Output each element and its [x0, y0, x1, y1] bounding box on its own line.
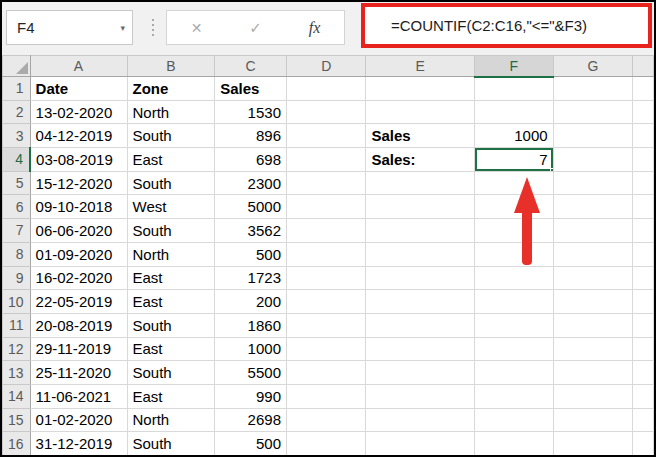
cell-A14[interactable]: 11-06-2021 [30, 384, 127, 408]
cell-F3[interactable]: 1000 [474, 124, 553, 148]
cell-E8[interactable] [366, 242, 475, 266]
cell-G7[interactable] [553, 219, 632, 243]
formula-input[interactable]: =COUNTIF(C2:C16,"<="&F3) [365, 7, 648, 44]
cell-C9[interactable]: 1723 [215, 266, 287, 290]
cell-A12[interactable]: 29-11-2019 [30, 337, 127, 361]
cell-F12[interactable] [474, 337, 553, 361]
cell-A10[interactable]: 22-05-2019 [30, 290, 127, 314]
row-header-14[interactable]: 14 [3, 384, 31, 408]
cell-B4[interactable]: East [127, 148, 215, 172]
cell-B1[interactable]: Zone [127, 77, 215, 101]
cell-B13[interactable]: South [127, 361, 215, 385]
row-header-5[interactable]: 5 [3, 171, 31, 195]
cell-C2[interactable]: 1530 [215, 100, 287, 124]
cell-H6[interactable] [633, 195, 654, 219]
cell-H11[interactable] [633, 313, 654, 337]
cell-D11[interactable] [286, 313, 365, 337]
row-header-1[interactable]: 1 [3, 77, 31, 101]
cell-H2[interactable] [633, 100, 654, 124]
row-header-8[interactable]: 8 [3, 242, 31, 266]
cancel-icon[interactable]: ✕ [167, 20, 226, 36]
cell-B7[interactable]: South [127, 219, 215, 243]
row-header-2[interactable]: 2 [3, 100, 31, 124]
cell-C11[interactable]: 1860 [215, 313, 287, 337]
cell-D13[interactable] [286, 361, 365, 385]
insert-function-icon[interactable]: fx [285, 19, 344, 37]
cell-G8[interactable] [553, 242, 632, 266]
cell-E5[interactable] [366, 171, 475, 195]
cell-B16[interactable]: South [127, 432, 215, 456]
cell-E9[interactable] [366, 266, 475, 290]
cell-C10[interactable]: 200 [215, 290, 287, 314]
cell-F1[interactable] [474, 77, 553, 101]
cell-H7[interactable] [633, 219, 654, 243]
cell-C1[interactable]: Sales [215, 77, 287, 101]
cell-D4[interactable] [286, 148, 365, 172]
cell-B11[interactable]: South [127, 313, 215, 337]
fill-handle[interactable] [550, 168, 554, 172]
cell-D1[interactable] [286, 77, 365, 101]
cell-B5[interactable]: South [127, 171, 215, 195]
cell-F14[interactable] [474, 384, 553, 408]
cell-A7[interactable]: 06-06-2020 [30, 219, 127, 243]
cell-F16[interactable] [474, 432, 553, 456]
name-box[interactable]: F4 ▾ [6, 10, 133, 45]
cell-C16[interactable]: 500 [215, 432, 287, 456]
cell-E15[interactable] [366, 408, 475, 432]
column-header-B[interactable]: B [127, 56, 215, 77]
cell-B9[interactable]: East [127, 266, 215, 290]
cell-F2[interactable] [474, 100, 553, 124]
cell-H3[interactable] [633, 124, 654, 148]
cell-E13[interactable] [366, 361, 475, 385]
cell-G11[interactable] [553, 313, 632, 337]
cell-B14[interactable]: East [127, 384, 215, 408]
cell-E16[interactable] [366, 432, 475, 456]
cell-C7[interactable]: 3562 [215, 219, 287, 243]
cell-E10[interactable] [366, 290, 475, 314]
cell-D3[interactable] [286, 124, 365, 148]
cell-B2[interactable]: North [127, 100, 215, 124]
cell-B15[interactable]: North [127, 408, 215, 432]
cell-D7[interactable] [286, 219, 365, 243]
column-header-A[interactable]: A [30, 56, 127, 77]
column-header-E[interactable]: E [366, 56, 475, 77]
cell-B3[interactable]: South [127, 124, 215, 148]
cell-G2[interactable] [553, 100, 632, 124]
cell-A16[interactable]: 31-12-2019 [30, 432, 127, 456]
cell-E14[interactable] [366, 384, 475, 408]
cell-D2[interactable] [286, 100, 365, 124]
cell-C13[interactable]: 5500 [215, 361, 287, 385]
cell-H1[interactable] [633, 77, 654, 101]
cell-G14[interactable] [553, 384, 632, 408]
cell-H9[interactable] [633, 266, 654, 290]
cell-E12[interactable] [366, 337, 475, 361]
cell-H14[interactable] [633, 384, 654, 408]
column-header-partial[interactable] [633, 56, 654, 77]
cell-H13[interactable] [633, 361, 654, 385]
row-header-6[interactable]: 6 [3, 195, 31, 219]
cell-E3[interactable]: Sales [366, 124, 475, 148]
cell-E1[interactable] [366, 77, 475, 101]
cell-D5[interactable] [286, 171, 365, 195]
cell-F15[interactable] [474, 408, 553, 432]
cell-G6[interactable] [553, 195, 632, 219]
cell-C4[interactable]: 698 [215, 148, 287, 172]
cell-E4[interactable]: Sales: [366, 148, 475, 172]
cell-G1[interactable] [553, 77, 632, 101]
name-box-dropdown-icon[interactable]: ▾ [120, 23, 125, 33]
row-header-12[interactable]: 12 [3, 337, 31, 361]
cell-E11[interactable] [366, 313, 475, 337]
cell-A2[interactable]: 13-02-2020 [30, 100, 127, 124]
cell-D8[interactable] [286, 242, 365, 266]
column-header-G[interactable]: G [553, 56, 632, 77]
row-header-10[interactable]: 10 [3, 290, 31, 314]
cell-D12[interactable] [286, 337, 365, 361]
row-header-13[interactable]: 13 [3, 361, 31, 385]
cell-F11[interactable] [474, 313, 553, 337]
cell-D15[interactable] [286, 408, 365, 432]
cell-C6[interactable]: 5000 [215, 195, 287, 219]
cell-G16[interactable] [553, 432, 632, 456]
cell-D16[interactable] [286, 432, 365, 456]
cell-A3[interactable]: 04-12-2019 [30, 124, 127, 148]
cell-G3[interactable] [553, 124, 632, 148]
